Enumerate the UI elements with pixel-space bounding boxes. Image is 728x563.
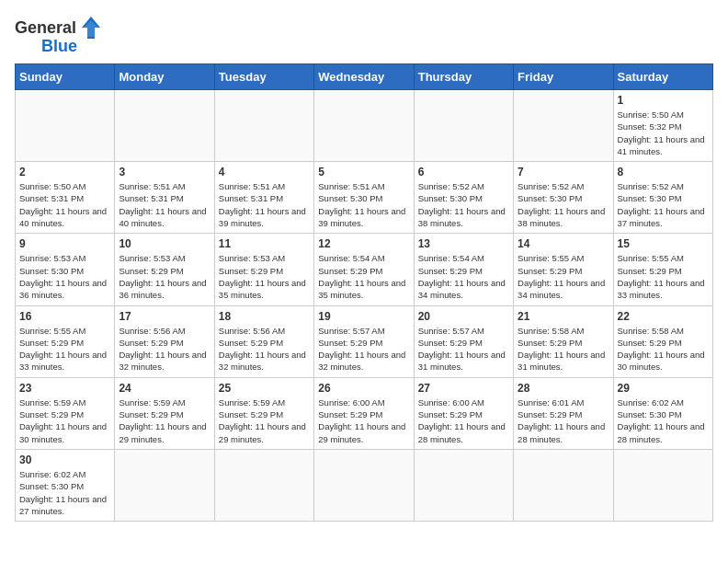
calendar-cell: 5Sunrise: 5:51 AMSunset: 5:30 PMDaylight… [314, 162, 414, 234]
day-number: 22 [618, 310, 709, 323]
day-info: Sunrise: 6:02 AMSunset: 5:30 PMDaylight:… [618, 396, 709, 445]
logo-blue: Blue [41, 37, 77, 56]
weekday-header-wednesday: Wednesday [314, 64, 414, 90]
day-info: Sunrise: 6:01 AMSunset: 5:29 PMDaylight:… [518, 396, 609, 445]
day-info: Sunrise: 5:54 AMSunset: 5:29 PMDaylight:… [318, 252, 409, 301]
day-number: 20 [418, 310, 509, 323]
calendar-cell [613, 449, 712, 521]
weekday-header-sunday: Sunday [16, 64, 115, 90]
day-info: Sunrise: 5:55 AMSunset: 5:29 PMDaylight:… [518, 252, 609, 301]
weekday-header-saturday: Saturday [613, 64, 712, 90]
logo-general: General [15, 18, 76, 38]
day-number: 30 [19, 454, 110, 466]
calendar-cell: 18Sunrise: 5:56 AMSunset: 5:29 PMDayligh… [214, 305, 313, 377]
calendar-cell [514, 449, 613, 521]
day-number: 14 [518, 237, 609, 250]
calendar-cell: 14Sunrise: 5:55 AMSunset: 5:29 PMDayligh… [514, 234, 613, 305]
day-info: Sunrise: 5:53 AMSunset: 5:29 PMDaylight:… [119, 252, 210, 301]
calendar-cell [414, 449, 513, 521]
day-number: 18 [219, 310, 310, 323]
day-number: 6 [418, 166, 509, 178]
calendar-cell [16, 90, 115, 162]
day-info: Sunrise: 5:52 AMSunset: 5:30 PMDaylight:… [418, 180, 509, 229]
day-number: 17 [119, 310, 210, 323]
calendar-cell [115, 449, 214, 521]
day-info: Sunrise: 5:53 AMSunset: 5:30 PMDaylight:… [19, 252, 110, 301]
day-number: 25 [219, 382, 310, 395]
calendar-cell: 1Sunrise: 5:50 AMSunset: 5:32 PMDaylight… [613, 90, 712, 162]
day-info: Sunrise: 6:00 AMSunset: 5:29 PMDaylight:… [318, 396, 409, 445]
weekday-header-friday: Friday [514, 64, 613, 90]
day-info: Sunrise: 5:55 AMSunset: 5:29 PMDaylight:… [618, 252, 709, 301]
calendar-row: 2Sunrise: 5:50 AMSunset: 5:31 PMDaylight… [16, 162, 713, 234]
calendar-cell: 29Sunrise: 6:02 AMSunset: 5:30 PMDayligh… [613, 377, 712, 449]
day-number: 4 [219, 166, 310, 178]
day-info: Sunrise: 5:56 AMSunset: 5:29 PMDaylight:… [219, 325, 310, 373]
day-number: 8 [618, 166, 709, 178]
day-number: 28 [518, 382, 609, 395]
day-info: Sunrise: 5:52 AMSunset: 5:30 PMDaylight:… [518, 180, 609, 229]
day-number: 24 [119, 382, 210, 395]
day-number: 21 [518, 310, 609, 323]
day-info: Sunrise: 5:59 AMSunset: 5:29 PMDaylight:… [119, 396, 210, 445]
day-number: 7 [518, 166, 609, 178]
day-number: 23 [19, 382, 110, 395]
day-number: 13 [418, 237, 509, 250]
day-number: 1 [618, 94, 709, 107]
day-info: Sunrise: 5:59 AMSunset: 5:29 PMDaylight:… [19, 396, 110, 445]
calendar-cell: 4Sunrise: 5:51 AMSunset: 5:31 PMDaylight… [214, 162, 313, 234]
day-number: 19 [318, 310, 409, 323]
calendar-cell [214, 90, 313, 162]
calendar-cell: 21Sunrise: 5:58 AMSunset: 5:29 PMDayligh… [514, 305, 613, 377]
calendar-cell [214, 449, 313, 521]
calendar-cell [314, 90, 414, 162]
day-info: Sunrise: 5:54 AMSunset: 5:29 PMDaylight:… [418, 252, 509, 301]
calendar-cell: 6Sunrise: 5:52 AMSunset: 5:30 PMDaylight… [414, 162, 513, 234]
day-number: 16 [19, 310, 110, 323]
calendar-cell: 23Sunrise: 5:59 AMSunset: 5:29 PMDayligh… [16, 377, 115, 449]
day-info: Sunrise: 5:58 AMSunset: 5:29 PMDaylight:… [518, 325, 609, 373]
calendar-cell: 20Sunrise: 5:57 AMSunset: 5:29 PMDayligh… [414, 305, 513, 377]
calendar-cell: 13Sunrise: 5:54 AMSunset: 5:29 PMDayligh… [414, 234, 513, 305]
day-number: 15 [618, 237, 709, 250]
svg-marker-1 [84, 20, 98, 37]
day-number: 2 [19, 166, 110, 178]
calendar-cell: 26Sunrise: 6:00 AMSunset: 5:29 PMDayligh… [314, 377, 414, 449]
calendar-row: 30Sunrise: 6:02 AMSunset: 5:30 PMDayligh… [16, 449, 713, 521]
calendar-cell: 15Sunrise: 5:55 AMSunset: 5:29 PMDayligh… [613, 234, 712, 305]
logo: General Blue [15, 15, 104, 56]
day-info: Sunrise: 5:57 AMSunset: 5:29 PMDaylight:… [318, 325, 409, 373]
day-number: 5 [318, 166, 409, 178]
day-number: 12 [318, 237, 409, 250]
day-number: 27 [418, 382, 509, 395]
calendar-cell: 3Sunrise: 5:51 AMSunset: 5:31 PMDaylight… [115, 162, 214, 234]
day-number: 29 [618, 382, 709, 395]
calendar-cell: 17Sunrise: 5:56 AMSunset: 5:29 PMDayligh… [115, 305, 214, 377]
day-number: 9 [19, 237, 110, 250]
day-info: Sunrise: 5:57 AMSunset: 5:29 PMDaylight:… [418, 325, 509, 373]
calendar-cell [514, 90, 613, 162]
logo-icon [78, 15, 104, 40]
calendar-cell: 12Sunrise: 5:54 AMSunset: 5:29 PMDayligh… [314, 234, 414, 305]
day-number: 3 [119, 166, 210, 178]
day-info: Sunrise: 5:50 AMSunset: 5:31 PMDaylight:… [19, 180, 110, 229]
day-info: Sunrise: 5:51 AMSunset: 5:31 PMDaylight:… [219, 180, 310, 229]
weekday-header-thursday: Thursday [414, 64, 513, 90]
calendar: SundayMondayTuesdayWednesdayThursdayFrid… [15, 63, 713, 522]
day-info: Sunrise: 5:59 AMSunset: 5:29 PMDaylight:… [219, 396, 310, 445]
weekday-header-row: SundayMondayTuesdayWednesdayThursdayFrid… [16, 64, 713, 90]
calendar-row: 16Sunrise: 5:55 AMSunset: 5:29 PMDayligh… [16, 305, 713, 377]
calendar-cell [414, 90, 513, 162]
calendar-cell: 8Sunrise: 5:52 AMSunset: 5:30 PMDaylight… [613, 162, 712, 234]
calendar-cell: 16Sunrise: 5:55 AMSunset: 5:29 PMDayligh… [16, 305, 115, 377]
day-info: Sunrise: 6:00 AMSunset: 5:29 PMDaylight:… [418, 396, 509, 445]
day-number: 10 [119, 237, 210, 250]
calendar-row: 23Sunrise: 5:59 AMSunset: 5:29 PMDayligh… [16, 377, 713, 449]
header: General Blue [15, 15, 713, 56]
day-info: Sunrise: 5:56 AMSunset: 5:29 PMDaylight:… [119, 325, 210, 373]
day-info: Sunrise: 5:50 AMSunset: 5:32 PMDaylight:… [618, 109, 709, 157]
day-info: Sunrise: 5:51 AMSunset: 5:31 PMDaylight:… [119, 180, 210, 229]
weekday-header-tuesday: Tuesday [214, 64, 313, 90]
calendar-row: 9Sunrise: 5:53 AMSunset: 5:30 PMDaylight… [16, 234, 713, 305]
day-info: Sunrise: 5:58 AMSunset: 5:29 PMDaylight:… [618, 325, 709, 373]
